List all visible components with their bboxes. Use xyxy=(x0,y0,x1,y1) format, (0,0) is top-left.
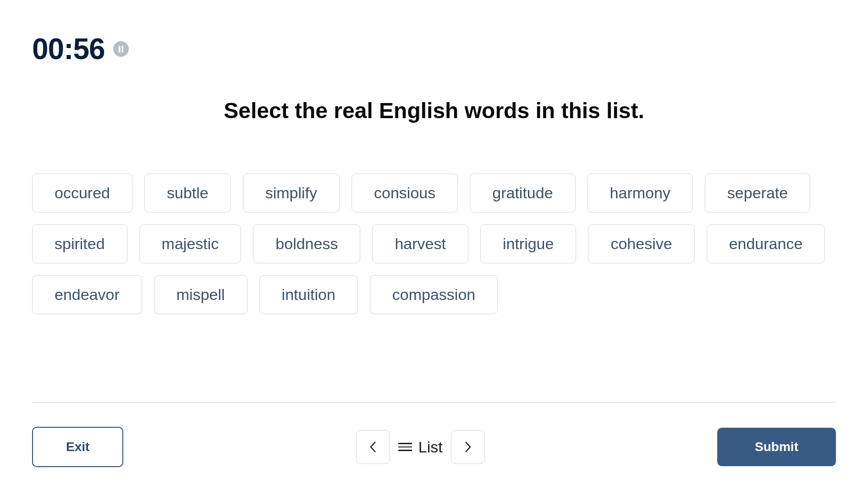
instruction-heading: Select the real English words in this li… xyxy=(32,98,836,123)
word-chip[interactable]: harmony xyxy=(588,174,693,212)
word-chip[interactable]: simplify xyxy=(243,174,340,212)
word-chip[interactable]: endurance xyxy=(707,224,825,263)
word-chip[interactable]: intuition xyxy=(259,275,358,314)
word-chip[interactable]: boldness xyxy=(253,224,360,263)
chevron-left-icon xyxy=(369,441,377,453)
word-chip[interactable]: compassion xyxy=(370,275,498,314)
word-chip[interactable]: endeavor xyxy=(32,275,142,314)
exit-button[interactable]: Exit xyxy=(32,427,123,467)
word-chip[interactable]: gratitude xyxy=(470,174,575,212)
word-chip[interactable]: seperate xyxy=(705,174,810,212)
prev-button[interactable] xyxy=(356,430,390,464)
pause-icon xyxy=(118,46,124,52)
word-chip[interactable]: cohesive xyxy=(588,224,694,263)
list-button[interactable]: List xyxy=(398,438,443,456)
word-chip[interactable]: mispell xyxy=(154,275,247,314)
svg-rect-0 xyxy=(119,46,121,52)
menu-icon xyxy=(398,443,412,451)
chevron-right-icon xyxy=(464,441,472,453)
words-grid: occured subtle simplify consious gratitu… xyxy=(32,174,836,314)
word-chip[interactable]: majestic xyxy=(139,224,242,263)
word-chip[interactable]: subtle xyxy=(144,174,231,212)
footer-bar: Exit List xyxy=(32,402,836,467)
submit-button[interactable]: Submit xyxy=(717,428,836,466)
word-chip[interactable]: spirited xyxy=(32,224,127,263)
word-chip[interactable]: harvest xyxy=(372,224,468,263)
word-chip[interactable]: consious xyxy=(352,174,458,212)
next-button[interactable] xyxy=(451,430,485,464)
pause-button[interactable] xyxy=(113,41,129,57)
timer-display: 00:56 xyxy=(32,32,105,66)
word-chip[interactable]: intrigue xyxy=(480,224,577,263)
list-label: List xyxy=(418,438,443,456)
word-chip[interactable]: occured xyxy=(32,174,132,212)
nav-center: List xyxy=(356,430,485,464)
svg-rect-1 xyxy=(121,46,123,52)
